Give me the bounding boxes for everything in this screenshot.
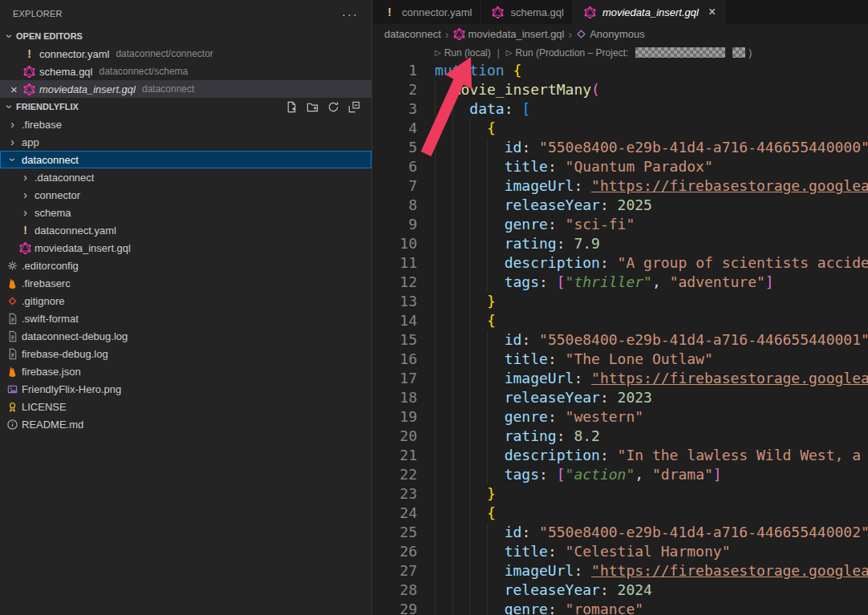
tree-item-firebase.json[interactable]: firebase.json: [0, 362, 371, 380]
breadcrumb-item-moviedata_insert.gql[interactable]: moviedata_insert.gql: [453, 28, 565, 40]
code-line[interactable]: 5 id: "550e8400-e29b-41d4-a716-446655440…: [373, 138, 868, 157]
line-number[interactable]: 25: [373, 523, 417, 542]
line-number[interactable]: 22: [373, 465, 417, 484]
code-line[interactable]: 8 releaseYear: 2025: [373, 196, 868, 215]
tree-item-dataconnect.yaml[interactable]: !dataconnect.yaml: [0, 221, 371, 239]
new-file-icon[interactable]: [286, 101, 298, 113]
line-number[interactable]: 20: [373, 427, 417, 446]
code-line[interactable]: 6 title: "Quantum Paradox": [373, 157, 868, 176]
open-editor-moviedata_insert.gql[interactable]: ×moviedata_insert.gqldataconnect: [0, 80, 371, 98]
refresh-icon[interactable]: [327, 101, 339, 113]
open-editors-header[interactable]: › OPEN EDITORS: [0, 27, 371, 45]
tab-moviedata_insert.gql[interactable]: moviedata_insert.gql×: [574, 0, 725, 24]
code-line[interactable]: 10 rating: 7.9: [373, 234, 868, 253]
line-number[interactable]: 29: [373, 600, 417, 615]
code-line[interactable]: 29 genre: "romance": [373, 600, 868, 615]
breadcrumb-item-Anonymous[interactable]: Anonymous: [576, 28, 645, 40]
breadcrumb-item-dataconnect[interactable]: dataconnect: [384, 28, 441, 40]
tree-item-.swift-format[interactable]: .swift-format: [0, 310, 371, 327]
tree-item-schema[interactable]: ›schema: [0, 204, 371, 221]
line-number[interactable]: 17: [373, 369, 417, 388]
more-actions-icon[interactable]: ···: [342, 8, 359, 20]
codelens-command-run-production[interactable]: ▷Run (Production – Project:): [506, 47, 752, 59]
code-line[interactable]: 11 description: "A group of scientists a…: [373, 253, 868, 273]
line-number[interactable]: 3: [373, 99, 417, 119]
tree-item-.editorconfig[interactable]: .editorconfig: [0, 257, 371, 274]
line-number[interactable]: 23: [373, 484, 417, 504]
line-number[interactable]: 6: [373, 157, 417, 176]
tree-item-moviedata_insert.gql[interactable]: moviedata_insert.gql: [0, 239, 371, 257]
line-number[interactable]: 14: [373, 311, 417, 330]
code-line[interactable]: 24 {: [373, 504, 868, 523]
code-line[interactable]: 15 id: "550e8400-e29b-41d4-a716-44665544…: [373, 330, 868, 350]
line-number[interactable]: 27: [373, 561, 417, 581]
tab-connector.yaml[interactable]: !connector.yaml: [373, 0, 481, 24]
code-line[interactable]: 16 title: "The Lone Outlaw": [373, 350, 868, 369]
code-line[interactable]: 12 tags: ["thriller", "adventure"]: [373, 273, 868, 292]
line-number[interactable]: 10: [373, 234, 417, 253]
code-line[interactable]: 1mutation {: [373, 61, 868, 80]
code-line[interactable]: 7 imageUrl: "https://firebasestorage.goo…: [373, 176, 868, 196]
tree-item-connector[interactable]: ›connector: [0, 186, 371, 204]
line-number[interactable]: 16: [373, 350, 417, 369]
tree-item-dataconnect-debug.log[interactable]: dataconnect-debug.log: [0, 327, 371, 345]
code-line[interactable]: 14 {: [373, 311, 868, 330]
line-number[interactable]: 9: [373, 215, 417, 234]
line-number[interactable]: 15: [373, 330, 417, 350]
code-line[interactable]: 13 }: [373, 292, 868, 311]
tree-item-LICENSE[interactable]: LICENSE: [0, 398, 371, 415]
line-number[interactable]: 5: [373, 138, 417, 157]
tab-schema.gql[interactable]: schema.gql: [481, 0, 573, 24]
line-number[interactable]: 4: [373, 119, 417, 138]
line-number[interactable]: 24: [373, 504, 417, 523]
code-line[interactable]: 19 genre: "western": [373, 407, 868, 427]
code-line[interactable]: 21 description: "In the lawless Wild Wes…: [373, 446, 868, 465]
code-line[interactable]: 20 rating: 8.2: [373, 427, 868, 446]
line-number[interactable]: 1: [373, 61, 417, 80]
tree-item-firebase-debug.log[interactable]: firebase-debug.log: [0, 345, 371, 362]
tree-item-FriendlyFlix-Hero.png[interactable]: FriendlyFlix-Hero.png: [0, 380, 371, 398]
line-number[interactable]: 18: [373, 388, 417, 407]
code-text: imageUrl: "https://firebasestorage.googl…: [435, 176, 868, 196]
line-number[interactable]: 7: [373, 176, 417, 196]
line-number[interactable]: 2: [373, 80, 417, 99]
code-line[interactable]: 3 data: [: [373, 99, 868, 119]
line-number[interactable]: 21: [373, 446, 417, 465]
codelens-command-run-local[interactable]: ▷Run (local): [435, 47, 491, 59]
line-number[interactable]: 26: [373, 542, 417, 561]
code-line[interactable]: 22 tags: ["action", "drama"]: [373, 465, 868, 484]
line-number[interactable]: 12: [373, 273, 417, 292]
chevron-right-icon: ›: [18, 206, 33, 219]
line-number[interactable]: 13: [373, 292, 417, 311]
tree-item-app[interactable]: ›app: [0, 133, 371, 151]
tree-item-.firebase[interactable]: ›.firebase: [0, 115, 371, 133]
code-line[interactable]: 9 genre: "sci-fi": [373, 215, 868, 234]
code-line[interactable]: 2 movie_insertMany(: [373, 80, 868, 99]
collapse-all-icon[interactable]: [348, 101, 360, 113]
code-text: }: [435, 484, 496, 504]
line-number[interactable]: 19: [373, 407, 417, 427]
close-icon[interactable]: ×: [708, 6, 716, 18]
code-line[interactable]: 25 id: "550e8400-e29b-41d4-a716-44665544…: [373, 523, 868, 542]
code-line[interactable]: 4 {: [373, 119, 868, 138]
close-icon[interactable]: ×: [6, 83, 22, 96]
code-line[interactable]: 26 title: "Celestial Harmony": [373, 542, 868, 561]
code-line[interactable]: 27 imageUrl: "https://firebasestorage.go…: [373, 561, 868, 581]
tree-item-.dataconnect[interactable]: ›.dataconnect: [0, 168, 371, 186]
new-folder-icon[interactable]: [306, 101, 318, 113]
project-section-header[interactable]: › FRIENDLYFLIX: [0, 98, 371, 115]
code-line[interactable]: 17 imageUrl: "https://firebasestorage.go…: [373, 369, 868, 388]
info-icon: [5, 419, 20, 431]
line-number[interactable]: 11: [373, 253, 417, 273]
line-number[interactable]: 28: [373, 581, 417, 600]
tree-item-README.md[interactable]: README.md: [0, 415, 371, 433]
code-line[interactable]: 18 releaseYear: 2023: [373, 388, 868, 407]
open-editor-schema.gql[interactable]: schema.gqldataconnect/schema: [0, 63, 371, 80]
tree-item-dataconnect[interactable]: ›dataconnect: [0, 151, 371, 168]
tree-item-.gitignore[interactable]: .gitignore: [0, 292, 371, 310]
tree-item-.firebaserc[interactable]: .firebaserc: [0, 274, 371, 292]
code-line[interactable]: 28 releaseYear: 2024: [373, 581, 868, 600]
code-line[interactable]: 23 }: [373, 484, 868, 504]
open-editor-connector.yaml[interactable]: !connector.yamldataconnect/connector: [0, 45, 371, 63]
line-number[interactable]: 8: [373, 196, 417, 215]
